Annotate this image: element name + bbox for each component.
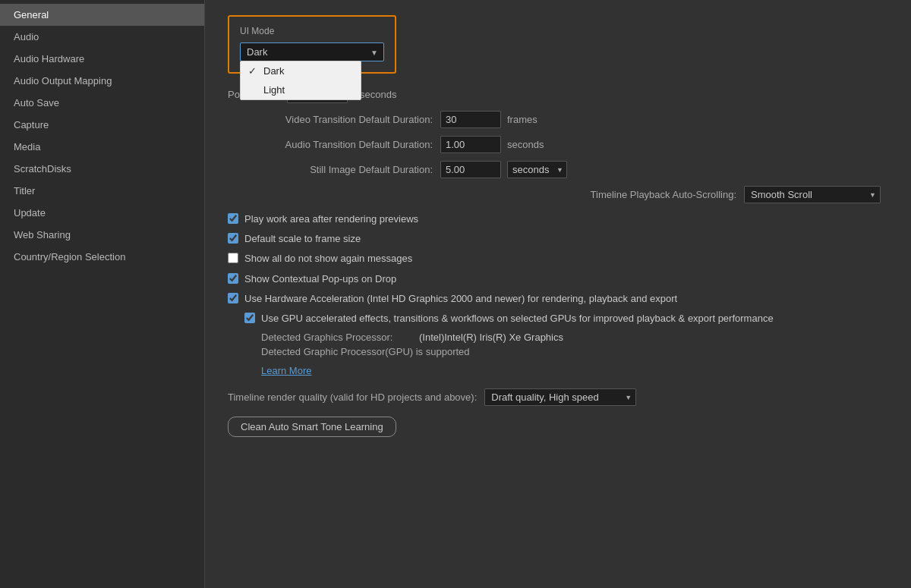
sidebar-item-audio[interactable]: Audio: [0, 26, 204, 48]
render-quality-select-wrap: Draft quality, High speed Maximum qualit…: [484, 388, 636, 406]
gpu-label[interactable]: Use GPU accelerated effects, transitions…: [261, 312, 774, 325]
timeline-playback-label: Timeline Playback Auto-Scrolling:: [591, 189, 736, 200]
video-transition-label: Video Transition Default Duration:: [228, 114, 440, 125]
render-quality-label: Timeline render quality (valid for HD pr…: [228, 391, 477, 403]
sidebar-item-audio-output-mapping[interactable]: Audio Output Mapping: [0, 70, 204, 92]
checkbox-show-do-not-show: Show all do not show again messages: [228, 252, 888, 266]
ui-mode-section: UI Mode Dark Light ▼ ✓ Dark ✓ Light: [228, 15, 396, 74]
sidebar-item-audio-hardware[interactable]: Audio Hardware: [0, 48, 204, 70]
sidebar-item-capture[interactable]: Capture: [0, 114, 204, 136]
sidebar-item-media[interactable]: Media: [0, 136, 204, 158]
still-image-unit-select-wrap: seconds frames ▼: [507, 161, 567, 178]
play-work-area-checkbox[interactable]: [228, 213, 238, 224]
checkbox-default-scale: Default scale to frame size: [228, 232, 888, 246]
still-image-row: Still Image Default Duration: seconds fr…: [228, 161, 888, 178]
gpu-section: Use GPU accelerated effects, transitions…: [244, 312, 888, 376]
checkbox-contextual-popup: Show Contextual Pop-ups on Drop: [228, 272, 888, 286]
dropdown-item-dark[interactable]: ✓ Dark: [241, 61, 361, 80]
checkmark-icon: ✓: [248, 65, 259, 77]
sidebar-item-general[interactable]: General: [0, 4, 204, 26]
sidebar-item-country-region[interactable]: Country/Region Selection: [0, 246, 204, 268]
video-transition-input[interactable]: [440, 111, 501, 128]
audio-transition-unit: seconds: [507, 139, 544, 150]
default-scale-label[interactable]: Default scale to frame size: [244, 232, 361, 246]
sidebar-item-web-sharing[interactable]: Web Sharing: [0, 224, 204, 246]
sidebar-item-scratchdisks[interactable]: ScratchDisks: [0, 158, 204, 180]
detected-processor-row: Detected Graphics Processor: (Intel)Inte…: [261, 332, 888, 343]
contextual-popup-checkbox[interactable]: [228, 273, 238, 284]
ui-mode-select-wrapper: Dark Light ▼: [240, 42, 384, 61]
ui-mode-label: UI Mode: [240, 26, 384, 36]
gpu-checkbox[interactable]: [244, 313, 255, 323]
sidebar-item-update[interactable]: Update: [0, 202, 204, 224]
still-image-unit-select[interactable]: seconds frames: [507, 161, 567, 178]
hardware-accel-label[interactable]: Use Hardware Acceleration (Intel HD Grap…: [244, 292, 677, 306]
detected-support-label: Detected Graphic Processor(GPU) is suppo…: [261, 346, 470, 357]
still-image-input[interactable]: [440, 161, 501, 178]
hardware-accel-checkbox[interactable]: [228, 293, 238, 303]
dropdown-item-light[interactable]: ✓ Light: [241, 80, 361, 99]
render-quality-row: Timeline render quality (valid for HD pr…: [228, 388, 888, 406]
audio-transition-input[interactable]: [440, 136, 501, 153]
gpu-checkbox-row: Use GPU accelerated effects, transitions…: [244, 312, 888, 325]
timeline-playback-select[interactable]: Smooth Scroll Page Scroll No Scroll: [744, 186, 881, 203]
checkboxes-section: Play work area after rendering previews …: [228, 212, 888, 306]
show-do-not-show-checkbox[interactable]: [228, 253, 238, 263]
contextual-popup-label[interactable]: Show Contextual Pop-ups on Drop: [244, 272, 396, 286]
clean-auto-smart-button[interactable]: Clean Auto Smart Tone Learning: [228, 417, 396, 437]
learn-more-link[interactable]: Learn More: [261, 365, 311, 376]
detected-processor-value: (Intel)Intel(R) Iris(R) Xe Graphics: [419, 332, 563, 343]
checkbox-hardware-accel: Use Hardware Acceleration (Intel HD Grap…: [228, 292, 888, 306]
timeline-playback-row: Timeline Playback Auto-Scrolling: Smooth…: [228, 186, 888, 203]
ui-mode-select[interactable]: Dark Light: [240, 42, 384, 61]
show-do-not-show-label[interactable]: Show all do not show again messages: [244, 252, 412, 266]
sidebar-item-titler[interactable]: Titler: [0, 180, 204, 202]
sidebar-item-auto-save[interactable]: Auto Save: [0, 92, 204, 114]
sidebar: General Audio Audio Hardware Audio Outpu…: [0, 0, 205, 588]
learn-more-row: Learn More: [261, 362, 888, 376]
ui-mode-dropdown-popup: ✓ Dark ✓ Light: [240, 61, 361, 100]
still-image-label: Still Image Default Duration:: [228, 164, 440, 175]
postroll-unit: seconds: [360, 89, 396, 100]
video-transition-unit: frames: [507, 114, 537, 125]
play-work-area-label[interactable]: Play work area after rendering previews: [244, 212, 418, 226]
main-content: UI Mode Dark Light ▼ ✓ Dark ✓ Light Post…: [205, 0, 911, 588]
checkbox-play-work-area: Play work area after rendering previews: [228, 212, 888, 226]
detected-support-row: Detected Graphic Processor(GPU) is suppo…: [261, 346, 888, 357]
audio-transition-row: Audio Transition Default Duration: secon…: [228, 136, 888, 153]
video-transition-row: Video Transition Default Duration: frame…: [228, 111, 888, 128]
detected-processor-key: Detected Graphics Processor:: [261, 332, 413, 343]
render-quality-select[interactable]: Draft quality, High speed Maximum qualit…: [484, 388, 636, 406]
audio-transition-label: Audio Transition Default Duration:: [228, 139, 440, 150]
timeline-playback-select-wrap: Smooth Scroll Page Scroll No Scroll ▼: [744, 186, 881, 203]
default-scale-checkbox[interactable]: [228, 233, 238, 244]
